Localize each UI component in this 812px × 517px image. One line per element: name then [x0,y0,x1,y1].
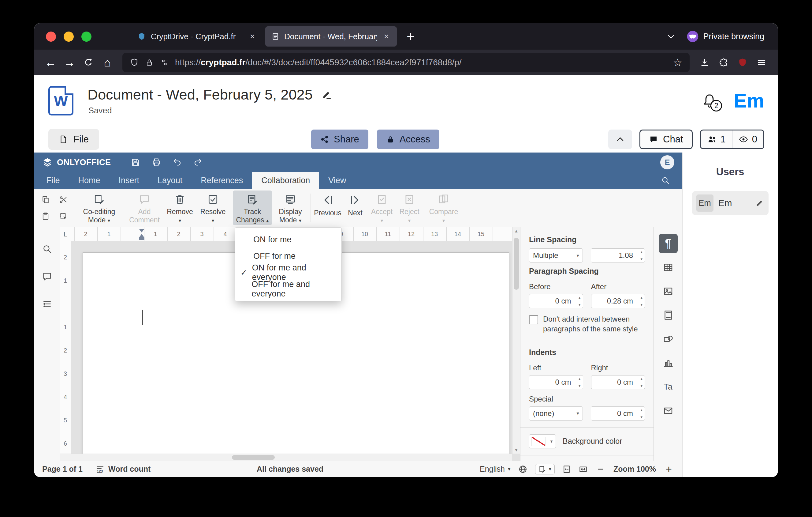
new-tab-button[interactable]: + [399,29,422,44]
tab-layout[interactable]: Layout [148,172,192,189]
track-changes-toggle-button[interactable]: ▾ [535,464,555,474]
reload-button[interactable] [79,53,98,72]
navigation-headings-icon[interactable] [42,299,52,309]
select-all-icon[interactable] [59,212,68,220]
horizontal-scroll-thumb[interactable] [232,455,275,460]
vertical-scroll-thumb[interactable] [514,238,519,290]
redo-icon[interactable] [193,157,203,167]
indent-right-spinner[interactable]: 0 cm▴▾ [591,375,645,389]
forward-button[interactable]: → [60,53,79,72]
spin-down-icon[interactable]: ▾ [640,303,642,306]
file-menu-button[interactable]: File [48,129,99,150]
spin-up-icon[interactable]: ▴ [640,408,642,412]
checkbox-icon[interactable] [529,315,538,324]
spin-up-icon[interactable]: ▴ [579,296,581,300]
first-line-indent-marker[interactable] [139,229,144,233]
zoom-out-button[interactable]: − [595,463,606,475]
user-avatar-initials[interactable]: Em [734,89,764,112]
paragraph-settings-button[interactable]: ¶ [659,234,678,253]
spin-down-icon[interactable]: ▾ [579,384,581,388]
access-button[interactable]: Access [377,130,439,149]
textart-settings-button[interactable]: Ta [659,377,678,396]
tracking-shield-icon[interactable] [130,58,139,67]
tab-close-icon[interactable]: × [382,31,391,42]
shape-settings-button[interactable] [659,330,678,349]
copy-icon[interactable] [41,195,50,204]
collaborator-avatar[interactable]: E [660,155,674,169]
tab-insert[interactable]: Insert [110,172,149,189]
paste-icon[interactable] [41,212,50,220]
editor-search-button[interactable] [661,176,679,185]
tab-close-icon[interactable]: × [248,31,257,42]
spacing-after-spinner[interactable]: 0.28 cm▴▾ [591,294,645,308]
spin-up-icon[interactable]: ▴ [640,250,642,254]
share-button[interactable]: Share [311,130,368,149]
chevron-down-icon[interactable]: ▾ [547,435,556,448]
zoom-in-button[interactable]: + [663,463,674,475]
spin-down-icon[interactable]: ▾ [640,257,642,261]
spin-down-icon[interactable]: ▾ [640,384,642,388]
tab-home[interactable]: Home [69,172,110,189]
spacing-before-spinner[interactable]: 0 cm▴▾ [529,294,583,308]
tab-collaboration[interactable]: Collaboration [252,172,319,189]
mail-merge-settings-button[interactable] [659,401,678,420]
spin-up-icon[interactable]: ▴ [640,377,642,381]
spin-down-icon[interactable]: ▾ [579,303,581,306]
fit-page-icon[interactable] [562,465,571,474]
vertical-ruler[interactable]: 21123456 [60,241,71,461]
add-comment-button[interactable]: Add Comment [126,191,163,225]
bookmark-star-icon[interactable]: ☆ [673,56,682,69]
save-icon[interactable] [130,157,140,167]
tab-document[interactable]: Document - Wed, February 5, 2 × [265,26,397,47]
find-icon[interactable] [42,244,52,254]
track-changes-button[interactable]: Track Changes ▴ [233,191,272,225]
remove-button[interactable]: Remove ▾ [163,191,197,225]
line-spacing-select[interactable]: Multiple▾ [529,248,583,263]
menu-item-off-for-me[interactable]: OFF for me [235,248,342,264]
tab-cryptdrive[interactable]: CryptDrive - CryptPad.fr × [131,26,263,47]
vertical-scrollbar[interactable]: ▲ ▼ [512,227,520,454]
menu-item-on-for-me[interactable]: ON for me [235,231,342,248]
tab-stop-selector[interactable]: L [60,227,71,241]
image-settings-button[interactable] [659,282,678,301]
tab-references[interactable]: References [192,172,252,189]
fit-width-icon[interactable] [579,465,588,474]
line-spacing-spinner[interactable]: 1.08▴▾ [591,248,645,263]
menu-button[interactable] [752,53,771,72]
undo-icon[interactable] [172,157,182,167]
maximize-window-button[interactable] [81,31,91,42]
collapse-toolbar-button[interactable] [608,130,632,149]
user-list-item[interactable]: Em Em [692,191,768,215]
minimize-window-button[interactable] [64,31,74,42]
lock-icon[interactable] [145,58,153,67]
menu-item-off-for-everyone[interactable]: OFF for me and everyone [235,281,342,297]
special-amount-spinner[interactable]: 0 cm▴▾ [591,406,645,420]
tab-view[interactable]: View [319,172,355,189]
reject-button[interactable]: Reject ▾ [396,191,423,225]
horizontal-scrollbar[interactable] [60,454,512,461]
chat-button[interactable]: Chat [639,130,692,149]
comments-panel-icon[interactable] [42,271,52,282]
special-select[interactable]: (none)▾ [529,406,583,420]
permissions-icon[interactable] [160,58,169,67]
coediting-mode-button[interactable]: Co-editing Mode ▾ [76,191,122,225]
resolve-button[interactable]: Resolve ▾ [197,191,229,225]
accept-button[interactable]: Accept ▾ [368,191,396,225]
notifications-button[interactable]: 2 [701,92,718,109]
url-text[interactable]: https://cryptpad.fr/doc/#/3/doc/edit/ff0… [175,58,667,67]
viewers-count[interactable]: 0 [732,131,763,148]
display-mode-button[interactable]: Display Mode ▾ [272,191,309,225]
chart-settings-button[interactable] [659,353,678,373]
edit-name-pencil-icon[interactable] [755,198,764,208]
ublock-button[interactable] [733,53,752,72]
zoom-level[interactable]: Zoom 100% [613,465,656,473]
editors-count[interactable]: 1 [701,131,732,148]
spin-down-icon[interactable]: ▾ [640,415,642,419]
tab-list-chevron-icon[interactable] [666,32,675,41]
spin-up-icon[interactable]: ▴ [640,296,642,300]
document-title[interactable]: Document - Wed, February 5, 2025 [87,86,313,103]
cut-icon[interactable] [59,195,68,204]
print-icon[interactable] [151,157,161,167]
table-settings-button[interactable] [659,258,678,277]
url-bar[interactable]: https://cryptpad.fr/doc/#/3/doc/edit/ff0… [122,53,690,72]
